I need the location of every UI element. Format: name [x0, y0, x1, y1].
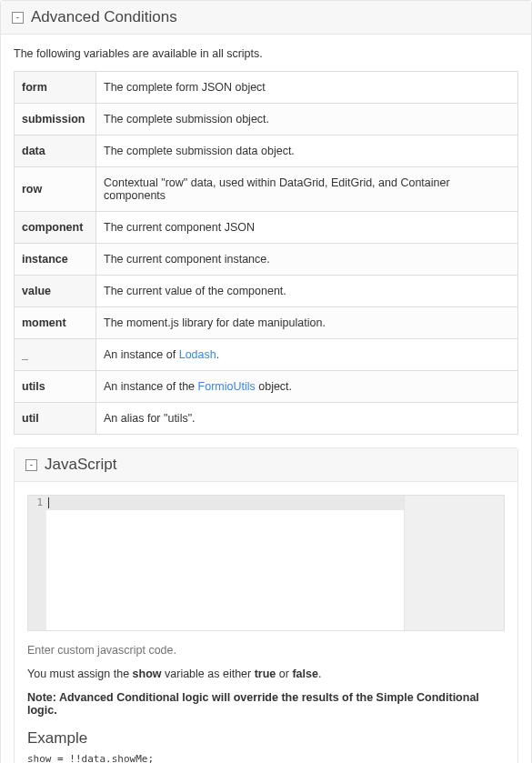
var-desc: The current value of the component. — [96, 276, 518, 307]
code-gutter: 1 — [28, 496, 46, 630]
var-desc: Contextual "row" data, used within DataG… — [96, 167, 518, 212]
assign-prefix: You must assign the — [27, 668, 133, 680]
var-link[interactable]: FormioUtils — [198, 380, 256, 393]
var-name: _ — [15, 339, 96, 371]
var-name: moment — [15, 307, 96, 339]
javascript-panel: - JavaScript 1 Enter custom javascript c… — [14, 447, 518, 763]
var-name: data — [15, 136, 96, 167]
var-desc: The complete submission object. — [96, 104, 518, 136]
code-editor[interactable]: 1 — [27, 495, 505, 631]
assign-false: false — [292, 668, 318, 680]
assign-mid: variable as either — [162, 668, 255, 680]
advanced-conditions-body: The following variables are available in… — [1, 35, 531, 763]
help-enter-text: Enter custom javascript code. — [27, 644, 505, 657]
advanced-conditions-panel: - Advanced Conditions The following vari… — [0, 0, 532, 763]
table-row: utilsAn instance of the FormioUtils obje… — [15, 371, 518, 403]
assign-suffix: . — [318, 668, 321, 680]
var-name: util — [15, 403, 96, 435]
var-name: form — [15, 72, 96, 104]
example-code: show = !!data.showMe; — [27, 753, 505, 763]
var-name: row — [15, 167, 96, 212]
var-desc: The complete submission data object. — [96, 136, 518, 167]
table-row: dataThe complete submission data object. — [15, 136, 518, 167]
assign-true: true — [255, 668, 276, 680]
collapse-toggle-icon[interactable]: - — [12, 12, 24, 24]
table-row: _An instance of Lodash. — [15, 339, 518, 371]
var-link[interactable]: Lodash — [179, 348, 216, 361]
var-name: submission — [15, 104, 96, 136]
table-row: utilAn alias for "utils". — [15, 403, 518, 435]
var-name: instance — [15, 244, 96, 276]
cursor — [48, 497, 49, 508]
var-name: component — [15, 212, 96, 244]
help-note-text: Note: Advanced Conditional logic will ov… — [27, 691, 505, 717]
table-row: momentThe moment.js library for date man… — [15, 307, 518, 339]
example-heading: Example — [27, 729, 505, 748]
table-row: rowContextual "row" data, used within Da… — [15, 167, 518, 212]
advanced-conditions-title: Advanced Conditions — [31, 8, 177, 26]
assign-var: show — [133, 668, 162, 680]
var-desc: An instance of Lodash. — [96, 339, 518, 371]
var-name: utils — [15, 371, 96, 403]
assign-or: or — [276, 668, 292, 680]
javascript-body: 1 Enter custom javascript code. You must… — [15, 482, 517, 763]
table-row: formThe complete form JSON object — [15, 72, 518, 104]
table-row: componentThe current component JSON — [15, 212, 518, 244]
var-desc: An instance of the FormioUtils object. — [96, 371, 518, 403]
table-row: valueThe current value of the component. — [15, 276, 518, 307]
var-desc: The current component JSON — [96, 212, 518, 244]
advanced-conditions-header[interactable]: - Advanced Conditions — [1, 1, 531, 35]
var-desc: An alias for "utils". — [96, 403, 518, 435]
collapse-toggle-icon[interactable]: - — [25, 459, 37, 471]
variables-table: formThe complete form JSON objectsubmiss… — [14, 71, 518, 435]
code-area[interactable] — [46, 496, 504, 630]
var-desc: The current component instance. — [96, 244, 518, 276]
help-assign-text: You must assign the show variable as eit… — [27, 668, 505, 680]
var-desc: The moment.js library for date manipulat… — [96, 307, 518, 339]
intro-text: The following variables are available in… — [14, 47, 518, 60]
table-row: instanceThe current component instance. — [15, 244, 518, 276]
javascript-header[interactable]: - JavaScript — [15, 448, 517, 482]
table-row: submissionThe complete submission object… — [15, 104, 518, 136]
minimap-scroll — [404, 496, 504, 630]
line-number: 1 — [32, 496, 43, 510]
var-name: value — [15, 276, 96, 307]
javascript-title: JavaScript — [45, 456, 116, 474]
var-desc: The complete form JSON object — [96, 72, 518, 104]
